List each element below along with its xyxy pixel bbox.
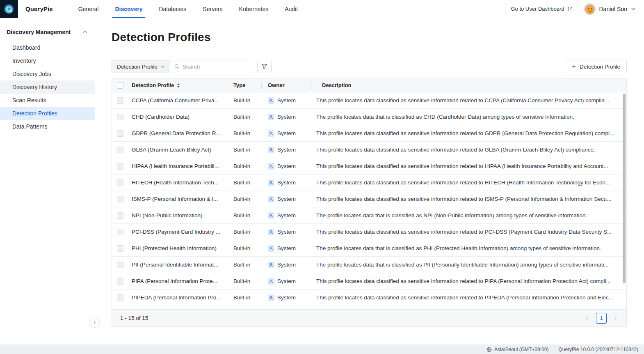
profile-name[interactable]: ISMS-P (Personal Information & I... [128, 196, 227, 202]
owner-name: System [277, 97, 296, 103]
sidebar-item-data-patterns[interactable]: Data Patterns [0, 120, 95, 133]
user-icon [269, 181, 273, 185]
owner-user-icon [268, 147, 274, 153]
profile-type: Built-in [227, 97, 261, 103]
sidebar-item-discovery-history[interactable]: Discovery History [0, 80, 95, 94]
row-count: 1 - 15 of 15 [120, 315, 148, 321]
profile-name[interactable]: HITECH (Health Information Tech... [128, 179, 227, 186]
profile-name[interactable]: CCPA (California Consumer Priva... [128, 97, 227, 103]
table-row[interactable]: ISMS-P (Personal Information & I...Built… [112, 191, 626, 207]
sidebar-item-inventory[interactable]: Inventory [0, 54, 95, 67]
table-row[interactable]: PIPEDA (Personal Information Pro...Built… [112, 290, 626, 306]
profile-description: The profile locates data that is classif… [310, 245, 626, 251]
profile-type: Built-in [227, 147, 261, 153]
sidebar-section-discovery-management[interactable]: Discovery Management [0, 18, 95, 41]
filter-field-dropdown[interactable]: Detection Profile [112, 60, 170, 73]
row-checkbox[interactable] [117, 114, 123, 120]
sidebar-item-discovery-jobs[interactable]: Discovery Jobs [0, 67, 95, 80]
profile-name[interactable]: GDPR (General Data Protection R... [128, 130, 227, 136]
profile-name[interactable]: PIPEDA (Personal Information Pro... [128, 294, 227, 301]
previous-page-button[interactable]: ‹ [582, 313, 592, 323]
advanced-filter-button[interactable] [257, 60, 272, 73]
user-icon [269, 279, 273, 283]
external-link-icon [568, 7, 573, 11]
owner-name: System [277, 163, 296, 169]
table-row[interactable]: HITECH (Health Information Tech...Built-… [112, 175, 626, 191]
profile-name[interactable]: PCI-DSS (Payment Card Industry ... [128, 229, 227, 235]
row-checkbox[interactable] [117, 179, 123, 186]
owner-user-icon [268, 229, 274, 235]
add-detection-profile-button[interactable]: + Detection Profile [566, 60, 627, 73]
select-all-checkbox[interactable] [117, 82, 123, 89]
profile-type: Built-in [227, 212, 261, 218]
profile-name[interactable]: PII (Personal Identifiable Informat... [128, 262, 227, 268]
go-to-user-dashboard-label: Go to User Dashboard [511, 6, 564, 12]
search-icon [174, 64, 179, 69]
profile-type: Built-in [227, 130, 261, 136]
profile-description: This profile locates data classified as … [310, 179, 626, 186]
funnel-icon [261, 64, 267, 69]
user-menu[interactable]: Daniel Son [584, 3, 636, 15]
profile-name[interactable]: PHI (Protected Health Information) [128, 245, 227, 251]
row-checkbox[interactable] [117, 245, 123, 252]
nav-tab-databases[interactable]: Databases [159, 0, 186, 18]
owner-user-icon [268, 262, 274, 268]
table-footer: 1 - 15 of 15 ‹ 1 › [112, 309, 626, 326]
profile-name[interactable]: HIPAA (Health Insurance Portabili... [128, 163, 227, 169]
sidebar-item-dashboard[interactable]: Dashboard [0, 41, 95, 54]
nav-tab-kubernetes[interactable]: Kubernetes [239, 0, 269, 18]
column-header-type: Type [227, 82, 261, 88]
table-row[interactable]: PII (Personal Identifiable Informat...Bu… [112, 257, 626, 273]
filter-toolbar: Detection Profile + Detection Profile [112, 60, 627, 73]
row-checkbox[interactable] [117, 229, 123, 235]
table-row[interactable]: PCI-DSS (Payment Card Industry ...Built-… [112, 224, 626, 240]
owner-name: System [277, 294, 296, 301]
owner-user-icon [268, 294, 274, 301]
table-row[interactable]: CHD (Cardholder Data)Built-inSystemThe p… [112, 109, 626, 125]
owner-user-icon [268, 114, 274, 120]
row-checkbox[interactable] [117, 278, 123, 285]
sidebar-item-detection-profiles[interactable]: Detection Profiles [0, 107, 95, 120]
table-scrollbar[interactable] [623, 94, 626, 283]
row-checkbox[interactable] [117, 163, 123, 170]
profile-description: This profile locates data classified as … [310, 130, 626, 136]
nav-tab-servers[interactable]: Servers [203, 0, 222, 18]
table-row[interactable]: PIPA (Personal Information Prote...Built… [112, 273, 626, 290]
row-checkbox[interactable] [117, 130, 123, 137]
current-page-button[interactable]: 1 [596, 313, 607, 324]
profile-name[interactable]: PIPA (Personal Information Prote... [128, 278, 227, 284]
sidebar-item-scan-results[interactable]: Scan Results [0, 94, 95, 107]
chevron-down-icon [161, 65, 165, 68]
next-page-button[interactable]: › [611, 313, 621, 323]
sort-icon[interactable] [177, 83, 180, 88]
table-row[interactable]: GLBA (Gramm-Leach-Bliley Act)Built-inSys… [112, 142, 626, 158]
timezone-indicator: Asia/Seoul (GMT+09:00) [486, 347, 548, 352]
table-row[interactable]: CCPA (California Consumer Priva...Built-… [112, 92, 626, 109]
row-checkbox[interactable] [117, 147, 123, 153]
nav-tab-audit[interactable]: Audit [285, 0, 298, 18]
row-checkbox[interactable] [117, 262, 123, 268]
row-checkbox[interactable] [117, 212, 123, 219]
row-checkbox[interactable] [117, 294, 123, 301]
sidebar-collapse-button[interactable] [89, 317, 100, 328]
table-row[interactable]: PHI (Protected Health Information)Built-… [112, 240, 626, 257]
go-to-user-dashboard-button[interactable]: Go to User Dashboard [505, 3, 578, 15]
globe-icon [486, 347, 492, 352]
version-text: QueryPie 10.0.0 (20240712-110342) [558, 347, 638, 352]
main-content: Detection Profiles Detection Profile [95, 18, 644, 345]
nav-tab-discovery[interactable]: Discovery [115, 0, 142, 18]
profile-name[interactable]: NPI (Non-Public Information) [128, 212, 227, 218]
search-input[interactable] [183, 64, 248, 70]
table-row[interactable]: HIPAA (Health Insurance Portabili...Buil… [112, 158, 626, 175]
table-row[interactable]: GDPR (General Data Protection R...Built-… [112, 125, 626, 142]
querypie-logo[interactable] [0, 0, 18, 18]
row-checkbox[interactable] [117, 196, 123, 202]
column-header-description: Description [310, 82, 626, 88]
profile-owner: System [261, 294, 310, 301]
profile-name[interactable]: GLBA (Gramm-Leach-Bliley Act) [128, 147, 227, 153]
nav-tab-general[interactable]: General [78, 0, 99, 18]
profile-name[interactable]: CHD (Cardholder Data) [128, 114, 227, 120]
table-row[interactable]: NPI (Non-Public Information)Built-inSyst… [112, 207, 626, 224]
column-header-detection-profile[interactable]: Detection Profile [128, 82, 227, 88]
row-checkbox[interactable] [117, 97, 123, 104]
